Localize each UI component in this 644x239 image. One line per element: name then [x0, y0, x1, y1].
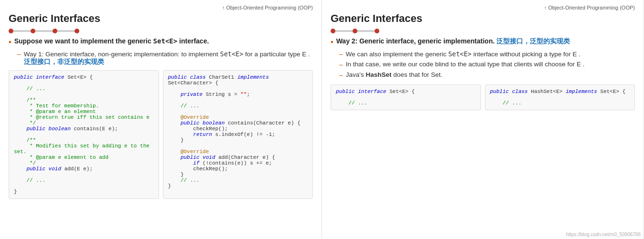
dot-line-right [331, 29, 635, 33]
slide-title-right: Generic Interfaces [331, 12, 635, 25]
slide-right: ↑ Object-Oriented Programming (OOP) Gene… [322, 0, 644, 239]
sub-bullet-text-r2: In that case, we write our code blind to… [346, 61, 585, 68]
code-panel-set-interface: public interface Set<E> { // ... /** * T… [9, 70, 159, 199]
code-panel-hashset: public class HashSet<E> implements Set<E… [485, 84, 635, 110]
main-bullet-text-left: Suppose we want to implement the generic… [14, 37, 209, 45]
dot-seg-1 [13, 31, 31, 31]
sub-bullet-text-r3: Java's HashSet does that for Set. [346, 71, 442, 78]
sub-bullet-dash-1: – [17, 50, 21, 58]
dot-rseg-2 [357, 31, 375, 31]
sub-bullet-dash-r2: – [339, 61, 343, 68]
sub-bullet-text-r1: We can also implement the generic Set<E>… [346, 50, 580, 58]
dot-3 [53, 29, 57, 33]
dot-line-left [9, 29, 313, 33]
sub-bullet-right-3: – Java's HashSet does that for Set. [339, 71, 635, 79]
dot-r3 [375, 29, 379, 33]
main-bullet-left: ▪ Suppose we want to implement the gener… [9, 37, 313, 46]
slide-top-label-left: ↑ Object-Oriented Programming (OOP) [9, 5, 313, 10]
dot-rseg-1 [335, 31, 353, 31]
main-bullet-right: ▪ Way 2: Generic interface, generic impl… [331, 37, 635, 46]
sub-bullet-right-1: – We can also implement the generic Set<… [339, 50, 635, 58]
code-panel-charset1: public class CharSet1 implements Set<Cha… [163, 70, 313, 199]
right-code-panels: public interface Set<E> { // ... public … [331, 84, 635, 110]
sub-bullet-dash-r3: – [339, 71, 343, 79]
main-bullet-text-right: Way 2: Generic interface, generic implem… [336, 37, 570, 46]
dot-4 [75, 29, 79, 33]
slide-top-label-right: ↑ Object-Oriented Programming (OOP) [331, 5, 635, 10]
main-bullet-icon-left: ▪ [9, 38, 11, 46]
slide-left: ↑ Object-Oriented Programming (OOP) Gene… [0, 0, 322, 239]
dot-seg-2 [35, 31, 53, 31]
dot-seg-3 [57, 31, 75, 31]
main-bullet-icon-right: ▪ [331, 38, 333, 46]
sub-bullet-right-2: – In that case, we write our code blind … [339, 61, 635, 68]
sub-bullet-dash-r1: – [339, 50, 343, 58]
dot-2 [31, 29, 35, 33]
code-panel-set-right: public interface Set<E> { // ... [331, 84, 481, 110]
watermark: https://blog.csdn.net/m0_50906786 [566, 232, 641, 237]
sub-bullet-text-1: Way 1: Generic interface, non-generic im… [24, 50, 313, 66]
dot-1 [9, 29, 13, 33]
sub-bullet-left-1: – Way 1: Generic interface, non-generic … [17, 50, 313, 66]
slide-title-left: Generic Interfaces [9, 12, 313, 25]
code-panels-left: public interface Set<E> { // ... /** * T… [9, 70, 313, 199]
dot-r2 [353, 29, 357, 33]
dot-r1 [331, 29, 335, 33]
